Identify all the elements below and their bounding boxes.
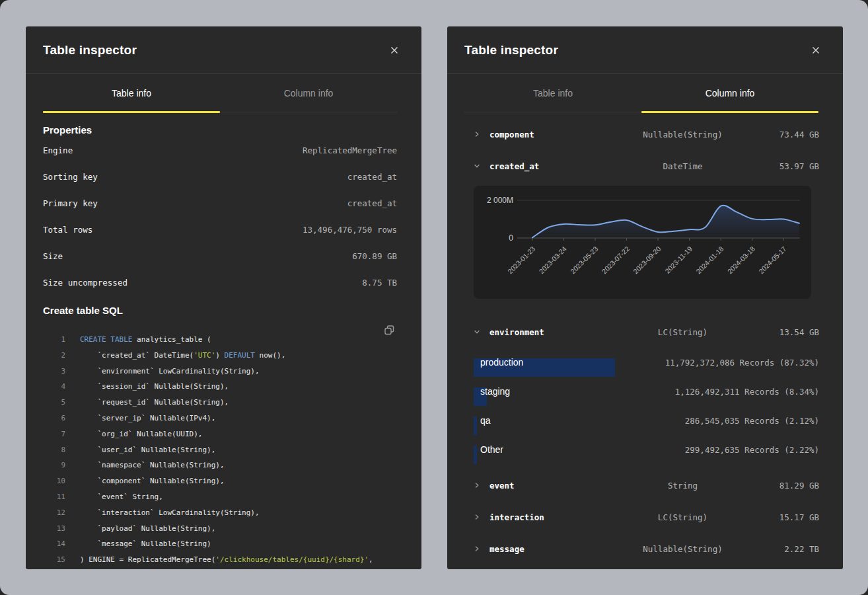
expand-toggle[interactable] bbox=[474, 482, 489, 489]
expand-toggle[interactable] bbox=[474, 545, 489, 552]
dialog-title: Table inspector bbox=[43, 43, 137, 58]
sql-token: `user_id` Nullable(String), bbox=[80, 446, 215, 454]
tab-column-info[interactable]: Column info bbox=[220, 74, 397, 112]
property-row: Sorting keycreated_at bbox=[43, 163, 397, 190]
sql-line-code: `server_ip` Nullable(IPv4), bbox=[80, 411, 215, 426]
property-value: created_at bbox=[347, 172, 397, 182]
sql-line-number: 6 bbox=[43, 411, 65, 426]
column-row-environment[interactable]: environmentLC(String)13.54 GB bbox=[474, 316, 819, 348]
value-label: production bbox=[474, 353, 523, 372]
value-bar-wrap: qa bbox=[474, 411, 685, 430]
svg-text:2023-09-20: 2023-09-20 bbox=[632, 245, 663, 276]
value-label: qa bbox=[474, 411, 491, 430]
column-name: event bbox=[489, 481, 619, 491]
value-bar-wrap: Other bbox=[474, 440, 685, 459]
property-label: Total rows bbox=[43, 225, 92, 235]
property-value: ReplicatedMergeTree bbox=[303, 145, 397, 155]
sql-line-number: 4 bbox=[43, 379, 65, 395]
table-inspector-dialog-table-info: Table inspector Table info Column info P… bbox=[26, 26, 421, 569]
property-label: Size bbox=[43, 251, 63, 261]
sql-line-number: 9 bbox=[43, 457, 65, 473]
sql-token: `environment` LowCardinality(String), bbox=[80, 367, 260, 376]
sql-token: , bbox=[369, 555, 373, 564]
sql-token: DEFAULT bbox=[225, 351, 255, 360]
property-label: Size uncompressed bbox=[43, 278, 127, 288]
dialog-title: Table inspector bbox=[464, 43, 558, 58]
svg-text:2023-07-22: 2023-07-22 bbox=[600, 245, 632, 276]
value-row-Other: Other299,492,635 Records (2.22%) bbox=[474, 435, 819, 464]
chevron-right-icon bbox=[474, 131, 480, 138]
sql-line: 14 `message` Nullable(String) bbox=[43, 536, 397, 552]
value-records: 1,126,492,311 Records (8.34%) bbox=[675, 387, 819, 397]
property-label: Primary key bbox=[43, 198, 98, 208]
column-row-interaction[interactable]: interactionLC(String)15.17 GB bbox=[474, 501, 819, 533]
sql-line: 2 `created_at` DateTime('UTC') DEFAULT n… bbox=[43, 348, 397, 364]
sql-line-code: `component` Nullable(String), bbox=[80, 473, 225, 489]
column-row-component[interactable]: componentNullable(String)73.44 GB bbox=[474, 118, 819, 150]
column-size: 13.54 GB bbox=[746, 327, 819, 337]
column-type: Nullable(String) bbox=[619, 130, 746, 139]
expand-toggle[interactable] bbox=[474, 131, 489, 138]
column-row-event[interactable]: eventString81.29 GB bbox=[474, 469, 819, 501]
table-info-content: Properties EngineReplicatedMergeTreeSort… bbox=[26, 124, 421, 568]
tab-column-info[interactable]: Column info bbox=[641, 74, 818, 112]
sql-token: `created_at` DateTime( bbox=[80, 351, 194, 360]
sql-line-code: `user_id` Nullable(String), bbox=[80, 442, 215, 458]
sql-line: 7 `org_id` Nullable(UUID), bbox=[43, 426, 397, 442]
value-records: 299,492,635 Records (2.22%) bbox=[685, 445, 819, 455]
copy-sql-button[interactable] bbox=[382, 323, 397, 340]
svg-text:2023-01-23: 2023-01-23 bbox=[506, 245, 537, 276]
column-size: 2.22 TB bbox=[746, 544, 819, 554]
column-size: 15.17 GB bbox=[746, 512, 819, 522]
sql-token: `server_ip` Nullable(IPv4), bbox=[80, 414, 215, 422]
column-row-created_at[interactable]: created_atDateTime53.97 GB bbox=[474, 150, 819, 182]
close-button[interactable] bbox=[809, 43, 823, 58]
column-row-message[interactable]: messageNullable(String)2.22 TB bbox=[474, 533, 819, 565]
svg-text:2023-03-24: 2023-03-24 bbox=[537, 245, 568, 276]
close-button[interactable] bbox=[387, 43, 402, 58]
tab-table-info[interactable]: Table info bbox=[43, 74, 220, 112]
dialog-header: Table inspector bbox=[26, 26, 421, 74]
app-canvas: Table inspector Table info Column info P… bbox=[0, 0, 868, 595]
chevron-down-icon bbox=[474, 329, 480, 335]
close-icon bbox=[811, 46, 820, 55]
sql-token: now(), bbox=[255, 351, 285, 360]
tab-bar: Table info Column info bbox=[464, 74, 818, 112]
property-value: 670.89 GB bbox=[352, 251, 397, 261]
property-row: Primary keycreated_at bbox=[43, 190, 397, 216]
sql-line: 10 `component` Nullable(String), bbox=[43, 473, 397, 489]
tab-table-info[interactable]: Table info bbox=[464, 74, 641, 112]
sql-line-code: `created_at` DateTime('UTC') DEFAULT now… bbox=[80, 348, 285, 364]
chevron-right-icon bbox=[474, 482, 480, 489]
column-type: DateTime bbox=[619, 161, 746, 171]
create-table-sql-heading: Create table SQL bbox=[43, 304, 397, 317]
svg-text:2024-05-17: 2024-05-17 bbox=[757, 245, 788, 276]
sql-line: 6 `server_ip` Nullable(IPv4), bbox=[43, 411, 397, 426]
sql-line-number: 8 bbox=[43, 442, 65, 458]
value-records: 286,545,035 Records (2.12%) bbox=[685, 416, 819, 426]
property-value: 13,496,476,750 rows bbox=[303, 225, 397, 235]
column-name: interaction bbox=[489, 512, 619, 522]
tab-bar: Table info Column info bbox=[43, 74, 397, 112]
property-row: Size670.89 GB bbox=[43, 243, 397, 269]
sql-token: `request_id` Nullable(String), bbox=[80, 398, 229, 407]
sql-line-code: ) ENGINE = ReplicatedMergeTree('/clickho… bbox=[80, 552, 373, 568]
sql-line-number: 5 bbox=[43, 395, 65, 411]
svg-text:2024-01-18: 2024-01-18 bbox=[694, 245, 725, 276]
sql-token: `message` Nullable(String) bbox=[80, 539, 211, 548]
sql-line-number: 1 bbox=[43, 332, 65, 348]
value-records: 11,792,372,086 Records (87.32%) bbox=[665, 358, 819, 368]
sql-line: 15) ENGINE = ReplicatedMergeTree('/click… bbox=[43, 552, 397, 568]
sql-line: 8 `user_id` Nullable(String), bbox=[43, 442, 397, 458]
sql-line: 11 `event` String, bbox=[43, 489, 397, 505]
expand-toggle[interactable] bbox=[474, 514, 489, 520]
sql-token: `session_id` Nullable(String), bbox=[80, 382, 229, 391]
sql-line-number: 10 bbox=[43, 473, 65, 489]
column-type: String bbox=[619, 481, 746, 491]
properties-heading: Properties bbox=[43, 124, 397, 137]
expand-toggle[interactable] bbox=[474, 329, 489, 335]
sql-token: `payload` Nullable(String), bbox=[80, 524, 215, 533]
column-name: message bbox=[489, 544, 619, 554]
expand-toggle[interactable] bbox=[474, 163, 489, 169]
sql-token: '/clickhouse/tables/{uuid}/{shard}' bbox=[215, 555, 369, 564]
